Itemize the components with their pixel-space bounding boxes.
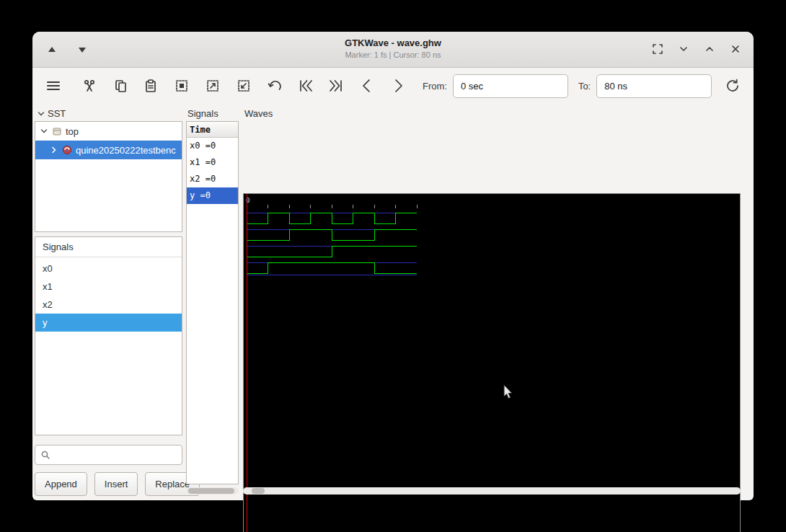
skip-to-end-icon[interactable] — [325, 75, 347, 97]
wave-name-row-selected[interactable]: y =0 — [187, 187, 238, 204]
insert-button[interactable]: Insert — [94, 472, 138, 496]
window-status-line: Marker: 1 fs | Cursor: 80 ns — [32, 50, 754, 59]
toolbar: From: To: — [32, 68, 754, 104]
action-buttons: Append Insert Replace — [35, 472, 207, 496]
append-button[interactable]: Append — [35, 472, 87, 496]
skip-to-start-icon[interactable] — [295, 75, 317, 97]
titlebar-arrow-down-icon[interactable] — [74, 42, 90, 58]
tree-node-label: quine20250222testbenc — [76, 145, 176, 156]
wave-canvas[interactable]: 0 — [243, 193, 741, 532]
scrollbar-thumb[interactable] — [188, 488, 234, 494]
shift-left-icon[interactable] — [356, 75, 378, 97]
module-icon — [52, 126, 62, 136]
search-icon — [40, 450, 50, 460]
wave-name-row[interactable]: x1 =0 — [187, 154, 238, 171]
tree-node-label: top — [66, 126, 79, 137]
time-column-header[interactable]: Time — [187, 122, 238, 138]
signal-list-item[interactable]: x1 — [35, 278, 182, 296]
gtkwave-window: GTKWave - wave.ghw Marker: 1 fs | Cursor… — [32, 32, 754, 500]
wave-name-row[interactable]: x0 =0 — [187, 138, 238, 154]
to-label: To: — [578, 81, 591, 92]
zoom-in-icon[interactable] — [202, 75, 224, 97]
waves-hscrollbar[interactable] — [243, 487, 741, 495]
zoom-out-icon[interactable] — [233, 75, 255, 97]
signal-list-item[interactable]: x0 — [35, 260, 182, 278]
menu-icon[interactable] — [43, 75, 64, 97]
waves-tab[interactable]: Waves — [244, 108, 273, 119]
scrollbar-thumb[interactable] — [252, 488, 265, 494]
titlebar[interactable]: GTKWave - wave.ghw Marker: 1 fs | Cursor… — [32, 32, 754, 68]
mouse-pointer — [503, 385, 515, 401]
shift-right-icon[interactable] — [387, 75, 409, 97]
copy-icon[interactable] — [110, 75, 131, 97]
cut-icon[interactable] — [79, 75, 100, 97]
signal-list-item-selected[interactable]: y — [35, 314, 182, 332]
search-input[interactable] — [50, 445, 182, 464]
waveform-plot: 0 — [244, 194, 740, 532]
zoom-fit-icon[interactable] — [171, 75, 193, 97]
reload-icon[interactable] — [722, 75, 743, 97]
signal-search[interactable] — [35, 445, 182, 465]
sst-label: SST — [48, 108, 66, 119]
restore-icon[interactable] — [650, 41, 666, 57]
titlebar-arrow-up-icon[interactable] — [44, 42, 60, 58]
zoom-undo-icon[interactable] — [264, 75, 286, 97]
signals-panel-header: Signals — [35, 237, 182, 257]
wave-name-row[interactable]: x2 =0 — [187, 171, 238, 187]
close-icon[interactable] — [728, 41, 743, 57]
maximize-icon[interactable] — [702, 41, 717, 57]
tree-node-testbench[interactable]: quine20250222testbenc — [35, 141, 182, 159]
component-icon — [62, 145, 72, 155]
wave-names-hscrollbar[interactable] — [186, 487, 239, 495]
paste-icon[interactable] — [140, 75, 162, 97]
signal-list-item[interactable]: x2 — [35, 296, 182, 314]
minimize-icon[interactable] — [676, 41, 692, 57]
signals-panel: Signals x0 x1 x2 y — [35, 236, 182, 435]
from-input[interactable] — [453, 74, 568, 98]
wave-names-tab[interactable]: Signals — [187, 108, 218, 119]
from-label: From: — [423, 81, 447, 92]
to-input[interactable] — [596, 74, 712, 98]
sst-section-header[interactable]: SST — [37, 108, 66, 119]
sst-tree: top quine20250222testbenc — [35, 121, 182, 232]
wave-names-panel: Time x0 =0 x1 =0 x2 =0 y =0 — [186, 121, 239, 484]
window-title: GTKWave - wave.ghw — [32, 37, 754, 48]
tree-node-top[interactable]: top — [35, 122, 182, 141]
main-content: SST top quine20250222testbenc — [32, 104, 754, 499]
